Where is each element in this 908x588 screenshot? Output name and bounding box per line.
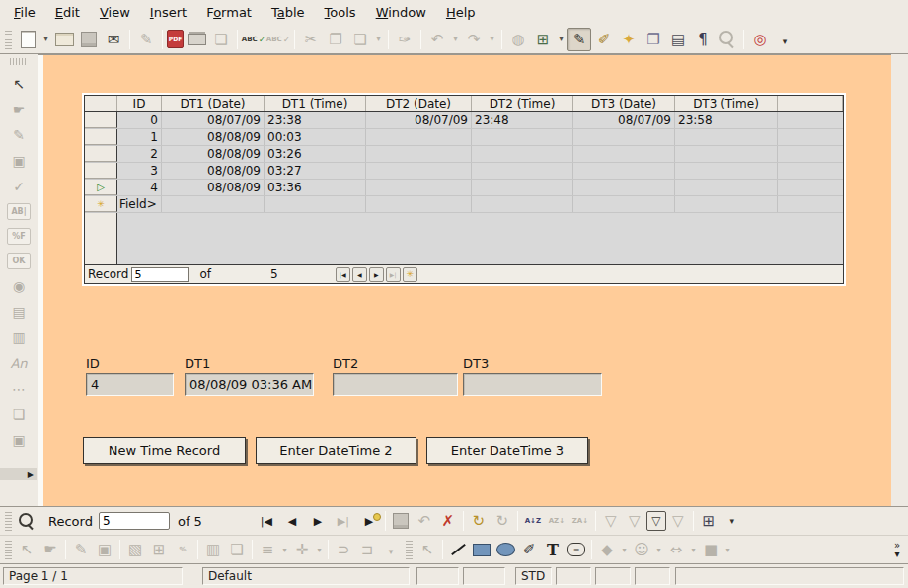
cell-id[interactable]: 1 [117,129,162,145]
option-button-icon[interactable]: ◉ [6,273,32,299]
control-properties-icon[interactable]: ✎ [69,538,93,561]
add-field-icon[interactable]: ▥ [201,538,225,561]
cell-dt2-date[interactable]: 08/07/09 [366,112,472,128]
cell-dt1-date[interactable] [162,196,265,212]
grid-corner[interactable] [85,96,117,111]
cell-dt3-date[interactable] [573,163,675,179]
refresh-control-icon[interactable]: ↻ [491,509,514,533]
design-mode-toggle-icon[interactable]: ☛ [6,97,32,122]
column-header-dt1-time[interactable]: DT1 (Time) [265,96,366,111]
sort-icon[interactable]: A↓Z [521,509,545,533]
row-selector-current[interactable]: ▷ [85,180,117,195]
sort-descending-icon[interactable]: ZA↓ [568,509,592,533]
autospellcheck-icon[interactable]: ABC [266,28,290,51]
autofilter-icon[interactable]: ▽ [599,509,623,533]
save-record-icon[interactable] [389,509,413,533]
cell-dt3-date[interactable] [573,196,675,212]
cell-dt3-time[interactable] [675,129,778,145]
menu-tools[interactable]: Tools [315,2,366,23]
basic-shapes-icon[interactable]: ◆ [595,538,619,561]
insert-table-icon[interactable]: ⊞ [531,28,555,51]
sidebar-grip[interactable] [10,58,28,65]
cell-dt3-time[interactable] [675,146,778,162]
cell-dt3-date[interactable] [573,180,675,195]
menu-insert[interactable]: Insert [140,2,196,23]
row-selector-new[interactable]: ✳ [85,196,117,212]
open-icon[interactable] [52,28,76,51]
form-based-filters-icon[interactable]: ▽ [646,511,666,531]
callout-icon[interactable] [565,538,588,561]
format-paintbrush-icon[interactable]: ✑ [393,28,416,51]
text-icon[interactable]: T [541,538,565,561]
drawing-toolbar-overflow[interactable]: » ▾ [889,536,905,562]
cell-empty[interactable] [778,180,843,195]
grid-record-input[interactable] [131,267,189,282]
navigator-icon[interactable]: ✦ [617,28,641,51]
label-field-icon[interactable]: An [6,350,32,376]
undo-dropdown[interactable]: ▾ [450,28,461,51]
table-dropdown[interactable]: ▾ [556,28,567,51]
cell-dt1-date[interactable]: 08/08/09 [162,129,265,145]
edit-file-icon[interactable]: ✎ [134,28,158,51]
freeform-line-icon[interactable]: ✐ [517,538,541,561]
cell-dt1-date[interactable]: 08/08/09 [162,146,265,162]
activation-order-icon[interactable]: ≡ [256,538,279,561]
cell-dt1-date[interactable]: 08/08/09 [162,163,265,179]
form-navigator-icon[interactable]: ❏ [225,538,249,561]
save-icon[interactable] [77,28,101,51]
cell-dt3-time[interactable] [675,180,778,195]
row-selector[interactable] [85,146,117,162]
formatted-field-icon[interactable]: % [171,538,194,561]
cell-dt2-time[interactable] [472,163,573,179]
id-field[interactable] [86,373,174,396]
find-record-icon[interactable] [15,509,38,533]
basic-shapes-dropdown[interactable]: ▾ [619,538,630,561]
size-icon[interactable]: ⊐ [355,538,379,561]
group-overflow[interactable]: ▾ [379,540,403,563]
status-page-style[interactable]: Default [202,567,410,585]
combo-box-icon[interactable]: ▥ [6,325,32,350]
cell-id[interactable]: 4 [117,180,162,195]
select-icon[interactable]: ↖ [15,538,38,561]
print-icon[interactable] [185,28,208,51]
grid-new-record-icon[interactable]: ✳ [403,267,417,282]
new-time-record-button[interactable]: New Time Record [83,437,246,464]
table-control-icon[interactable]: ⊞ [147,538,171,561]
spellcheck-icon[interactable]: ABC [242,28,265,51]
column-header-id[interactable]: ID [117,96,162,111]
data-source-as-table-icon[interactable]: ⊞ [697,509,720,533]
cell-dt2-date[interactable] [366,146,472,162]
cut-icon[interactable]: ✂ [299,28,323,51]
email-icon[interactable]: ✉ [102,28,125,51]
column-header-dt2-time[interactable]: DT2 (Time) [472,96,573,111]
column-header-dt2-date[interactable]: DT2 (Date) [366,96,472,111]
sidebar-scroll-more[interactable]: ▶ [0,468,37,480]
previous-record-icon[interactable]: ◀ [279,510,305,532]
cell-empty[interactable] [778,163,843,179]
cell-dt1-date[interactable]: 08/07/09 [162,112,265,128]
anchor-dropdown[interactable]: ▾ [314,538,325,561]
first-record-icon[interactable]: |◀ [254,510,279,532]
grid-previous-record-icon[interactable]: ◀ [352,267,367,282]
page-preview-icon[interactable]: ❏ [209,28,233,51]
line-icon[interactable] [446,538,470,561]
enter-datetime-3-button[interactable]: Enter DateTime 3 [426,437,588,464]
cell-empty[interactable] [778,112,843,128]
more-controls-icon[interactable]: ⋯ [6,376,32,402]
cell-dt1-time[interactable]: 00:03 [265,129,366,145]
new-document-icon[interactable] [16,28,39,51]
block-arrows-dropdown[interactable]: ▾ [688,538,699,561]
form-properties-icon[interactable]: ▣ [6,148,32,174]
select-icon[interactable]: ↖ [6,71,32,97]
toolbar-grip[interactable] [406,540,413,559]
dt1-field[interactable] [185,373,314,396]
help-icon[interactable]: ◎ [748,28,772,51]
control-properties-icon[interactable]: ✎ [6,122,32,148]
last-record-icon[interactable]: ▶| [331,510,356,532]
stars-banners-dropdown[interactable]: ▾ [722,538,733,561]
cell-dt1-date[interactable]: 08/08/09 [162,180,265,195]
cell-empty[interactable] [778,146,843,162]
form-properties-icon[interactable]: ▣ [93,538,116,561]
cell-dt3-time[interactable]: 23:58 [675,112,778,128]
copy-icon[interactable]: ❐ [324,28,347,51]
